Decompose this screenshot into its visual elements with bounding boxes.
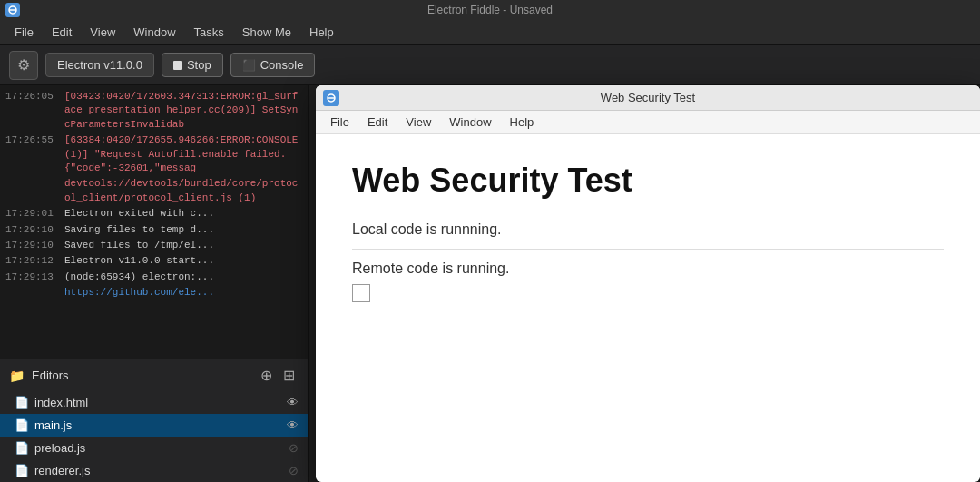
log-msg: Saving files to temp d... — [64, 223, 214, 237]
stop-label: Stop — [187, 58, 211, 72]
file-item-main-js[interactable]: 📄 main.js 👁 — [0, 414, 308, 437]
window-title: Electron Fiddle - Unsaved — [427, 4, 553, 16]
add-editor-button[interactable]: ⊕ — [257, 365, 276, 386]
folder-icon: 📁 — [9, 369, 24, 383]
menu-bar: File Edit View Window Tasks Show Me Help — [0, 20, 980, 45]
broken-image-icon — [352, 284, 370, 302]
file-icon: 📄 — [15, 418, 29, 432]
electron-version-button[interactable]: Electron v11.0.0 — [45, 53, 154, 77]
log-line: 17:29:12 Electron v11.0.0 start... — [0, 253, 308, 269]
stop-button[interactable]: Stop — [162, 53, 223, 77]
float-content: Web Security Test Local code is runnning… — [316, 134, 980, 330]
eye-icon[interactable]: 👁 — [287, 396, 299, 409]
log-msg: Electron v11.0.0 start... — [64, 254, 214, 268]
float-text2: Remote code is running. — [352, 261, 944, 277]
float-menu-edit[interactable]: Edit — [360, 113, 395, 131]
log-line: 17:29:13 (node:65934) electron:... — [0, 270, 308, 285]
log-line: 17:29:10 Saved files to /tmp/el... — [0, 238, 308, 253]
file-list: 📄 index.html 👁 📄 main.js 👁 📄 preloa — [0, 391, 308, 482]
gear-icon: ⚙ — [17, 56, 30, 74]
log-msg-link: https://github.com/ele... — [64, 286, 214, 300]
float-title-text: Web Security Test — [601, 91, 695, 104]
file-item-index-html[interactable]: 📄 index.html 👁 — [0, 391, 308, 414]
float-app-icon — [323, 90, 339, 106]
log-time: 17:29:12 — [5, 254, 64, 268]
editors-header: 📁 Editors ⊕ ⊞ — [0, 359, 308, 391]
log-time: 17:29:10 — [5, 223, 64, 237]
menu-show-me[interactable]: Show Me — [235, 24, 299, 41]
editors-actions: ⊕ ⊞ — [257, 365, 299, 386]
menu-window[interactable]: Window — [126, 24, 182, 41]
log-msg: devtools://devtools/bundled/core/protoco… — [64, 177, 302, 205]
file-item-left: 📄 preload.js — [15, 441, 85, 455]
log-time — [5, 286, 64, 300]
eye-hidden-icon[interactable]: ⊘ — [289, 464, 299, 477]
float-menu-bar: File Edit View Window Help — [316, 111, 980, 134]
log-msg: [63384:0420/172655.946266:ERROR:CONSOLE(… — [64, 133, 302, 175]
log-time — [5, 177, 64, 205]
float-menu-view[interactable]: View — [398, 113, 438, 131]
editors-title-group: 📁 Editors — [9, 369, 68, 383]
log-line: 17:29:01 Electron exited with c... — [0, 206, 308, 221]
log-line: devtools://devtools/bundled/core/protoco… — [0, 176, 308, 206]
title-bar: Electron Fiddle - Unsaved — [0, 0, 980, 20]
menu-edit[interactable]: Edit — [44, 24, 79, 41]
eye-icon[interactable]: 👁 — [287, 418, 299, 432]
menu-help[interactable]: Help — [302, 24, 341, 41]
file-name: renderer.js — [34, 464, 90, 477]
console-label: Console — [260, 58, 304, 72]
file-icon: 📄 — [15, 464, 29, 477]
log-msg: (node:65934) electron:... — [64, 271, 214, 284]
editors-section: 📁 Editors ⊕ ⊞ 📄 index.html 👁 — [0, 359, 308, 482]
log-line: 17:26:55 [63384:0420/172655.946266:ERROR… — [0, 133, 308, 176]
log-msg: [03423:0420/172603.347313:ERROR:gl_surfa… — [64, 90, 302, 132]
file-item-left: 📄 index.html — [15, 396, 88, 409]
file-item-renderer-js[interactable]: 📄 renderer.js ⊘ — [0, 459, 308, 482]
console-log[interactable]: 17:26:05 [03423:0420/172603.347313:ERROR… — [0, 85, 308, 359]
file-name: main.js — [34, 418, 72, 432]
log-time: 17:26:55 — [5, 133, 64, 175]
menu-view[interactable]: View — [83, 24, 122, 41]
menu-tasks[interactable]: Tasks — [187, 24, 231, 41]
log-line: 17:26:05 [03423:0420/172603.347313:ERROR… — [0, 89, 308, 133]
float-title-bar: Web Security Test — [316, 85, 980, 111]
floating-window[interactable]: Web Security Test File Edit View Window … — [316, 85, 980, 482]
console-button[interactable]: ⬛ Console — [230, 53, 316, 77]
float-divider — [352, 249, 944, 250]
grid-view-button[interactable]: ⊞ — [279, 365, 299, 386]
log-line: https://github.com/ele... — [0, 285, 308, 300]
log-msg: Electron exited with c... — [64, 207, 214, 221]
stop-icon — [173, 61, 182, 70]
log-line: 17:29:10 Saving files to temp d... — [0, 222, 308, 238]
file-item-left: 📄 renderer.js — [15, 464, 90, 477]
file-item-left: 📄 main.js — [15, 418, 72, 432]
main-area: 17:26:05 [03423:0420/172603.347313:ERROR… — [0, 85, 980, 482]
float-heading: Web Security Test — [352, 162, 944, 200]
settings-button[interactable]: ⚙ — [9, 51, 38, 80]
file-icon: 📄 — [15, 396, 29, 409]
console-panel: 17:26:05 [03423:0420/172603.347313:ERROR… — [0, 85, 309, 482]
float-menu-window[interactable]: Window — [442, 113, 498, 131]
file-name: preload.js — [34, 441, 85, 455]
app-icon — [5, 3, 20, 17]
float-text1: Local code is runnning. — [352, 221, 944, 238]
file-item-preload-js[interactable]: 📄 preload.js ⊘ — [0, 437, 308, 459]
log-time: 17:29:01 — [5, 207, 64, 221]
file-name: index.html — [34, 396, 88, 409]
toolbar: ⚙ Electron v11.0.0 Stop ⬛ Console — [0, 45, 980, 85]
float-menu-help[interactable]: Help — [503, 113, 542, 131]
electron-version-label: Electron v11.0.0 — [57, 58, 142, 72]
log-time: 17:29:13 — [5, 271, 64, 284]
log-time: 17:26:05 — [5, 90, 64, 132]
file-icon: 📄 — [15, 441, 29, 455]
console-icon: ⬛ — [242, 59, 256, 72]
editors-label: Editors — [32, 369, 68, 382]
eye-hidden-icon[interactable]: ⊘ — [289, 441, 299, 455]
log-msg: Saved files to /tmp/el... — [64, 239, 214, 252]
log-time: 17:29:10 — [5, 239, 64, 252]
menu-file[interactable]: File — [7, 24, 41, 41]
float-menu-file[interactable]: File — [323, 113, 357, 131]
